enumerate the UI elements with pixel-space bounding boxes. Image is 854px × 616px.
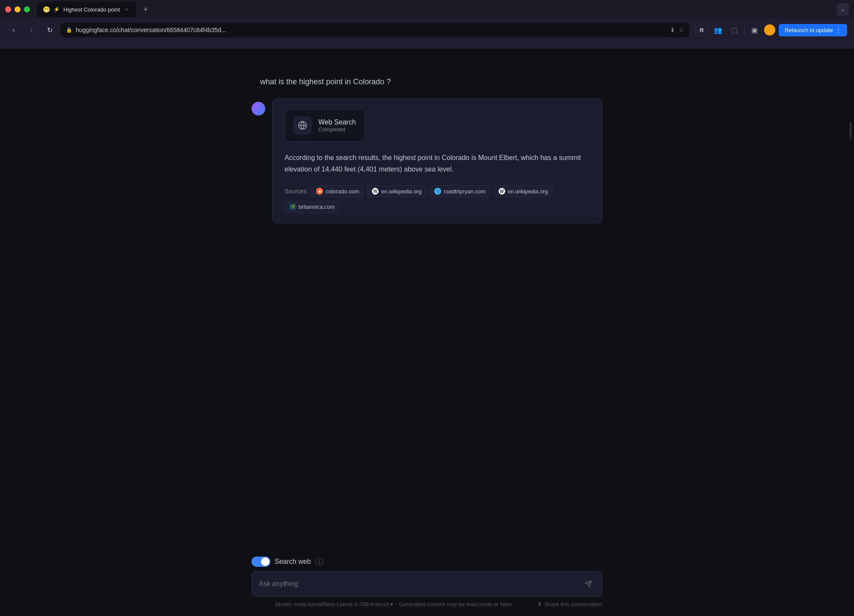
conversation-area: what is the highest point in Colorado ? xyxy=(252,74,602,223)
model-arrow-icon: ▾ xyxy=(390,601,393,607)
source-name-wikipedia-2: en.wikipedia.org xyxy=(508,188,548,195)
source-chip-colorado[interactable]: ● colorado.com xyxy=(311,185,364,197)
send-button[interactable] xyxy=(581,577,595,591)
model-link[interactable]: Model: meta-llama/Meta-Llama-3-70B-Instr… xyxy=(276,601,393,607)
new-tab-button[interactable]: + xyxy=(139,3,152,16)
puzzle-extension-icon[interactable]: ⬚ xyxy=(728,24,741,36)
colorado-favicon: ● xyxy=(316,188,323,195)
share-icon: ⬆ xyxy=(537,601,542,607)
source-name-wikipedia-1: en.wikipedia.org xyxy=(381,188,421,195)
source-name-roadtrip: roadtripryan.com xyxy=(444,188,486,195)
active-tab[interactable]: 😁 ⚡ Highest Colorado point × xyxy=(37,2,136,17)
divider xyxy=(744,25,744,35)
bookmark-icon[interactable]: ☆ xyxy=(679,27,684,33)
ai-response-card: Web Search Completed According to the se… xyxy=(272,98,602,223)
web-search-text: Web Search Completed xyxy=(318,118,356,133)
nav-icons: R 👥 ⬚ ▣ Relaunch to update ⋮ xyxy=(695,24,847,36)
footer-bar: Model: meta-llama/Meta-Llama-3-70B-Instr… xyxy=(252,601,602,607)
share-label: Share this conversation xyxy=(544,601,602,607)
traffic-light-red[interactable] xyxy=(5,6,11,12)
back-button[interactable]: ‹ xyxy=(7,23,21,37)
search-toggle-row: Search web i xyxy=(252,557,602,567)
forward-button[interactable]: › xyxy=(25,23,39,37)
sources-label: Sources: xyxy=(285,188,308,195)
scrollbar[interactable] xyxy=(847,97,854,616)
tab-bar: 😁 ⚡ Highest Colorado point × + ⌄ xyxy=(0,0,854,19)
traffic-light-yellow[interactable] xyxy=(15,6,21,12)
ai-avatar xyxy=(252,102,265,116)
toggle-knob xyxy=(261,557,270,566)
r-extension-icon[interactable]: R xyxy=(695,24,708,36)
globe-icon xyxy=(294,116,311,134)
footer-content: Model: meta-llama/Meta-Llama-3-70B-Instr… xyxy=(252,601,602,607)
relaunch-menu-icon: ⋮ xyxy=(836,27,841,33)
address-bar[interactable]: 🔒 huggingface.co/chat/conversation/66584… xyxy=(61,23,689,37)
model-label: Model: meta-llama/Meta-Llama-3-70B-Instr… xyxy=(276,601,389,607)
share-link[interactable]: ⬆ Share this conversation xyxy=(537,601,602,607)
bottom-area: Search web i Model: meta-llama/Meta-Llam… xyxy=(252,557,602,607)
web-search-status: Completed xyxy=(318,126,356,133)
source-name-britannica: britannica.com xyxy=(299,204,335,210)
download-icon[interactable]: ⬇ xyxy=(670,27,675,33)
relaunch-button[interactable]: Relaunch to update ⋮ xyxy=(779,24,847,36)
britannica-favicon: 🌿 xyxy=(289,203,296,210)
wikipedia-favicon-1: W xyxy=(372,188,379,195)
sources-row: Sources: ● colorado.com W en.wikipedia.o… xyxy=(285,185,590,213)
address-actions: ⬇ ☆ xyxy=(670,27,684,33)
tab-title: Highest Colorado point xyxy=(63,6,120,13)
ai-response-wrapper: Web Search Completed According to the se… xyxy=(252,98,602,223)
traffic-light-green[interactable] xyxy=(24,6,30,12)
search-web-toggle[interactable] xyxy=(252,557,270,567)
source-chip-wikipedia-2[interactable]: W en.wikipedia.org xyxy=(494,185,553,197)
security-icon: 🔒 xyxy=(66,27,72,33)
search-web-info-icon[interactable]: i xyxy=(315,558,323,566)
source-chip-britannica[interactable]: 🌿 britannica.com xyxy=(285,201,340,213)
sidebar-button[interactable]: ▣ xyxy=(748,24,761,36)
roadtrip-favicon: 🌀 xyxy=(434,188,441,195)
footer-disclaimer: Generated content may be inaccurate or f… xyxy=(399,601,513,607)
page-content: what is the highest point in Colorado ? xyxy=(0,48,854,616)
nav-bar: ‹ › ↻ 🔒 huggingface.co/chat/conversation… xyxy=(0,19,854,41)
profile-avatar[interactable] xyxy=(764,24,775,36)
scrollbar-thumb[interactable] xyxy=(850,122,851,139)
input-box xyxy=(252,571,602,597)
source-name-colorado: colorado.com xyxy=(326,188,359,195)
tab-lightning-icon: ⚡ xyxy=(53,6,60,12)
footer-center: Model: meta-llama/Meta-Llama-3-70B-Instr… xyxy=(252,601,537,607)
source-chip-roadtrip[interactable]: 🌀 roadtripryan.com xyxy=(430,185,490,197)
web-search-box[interactable]: Web Search Completed xyxy=(285,109,365,142)
wikipedia-favicon-2: W xyxy=(498,188,505,195)
response-text: According to the search results, the hig… xyxy=(285,152,590,175)
reload-button[interactable]: ↻ xyxy=(43,23,56,37)
footer-separator: · xyxy=(395,601,397,607)
user-message: what is the highest point in Colorado ? xyxy=(260,74,602,90)
tab-close-button[interactable]: × xyxy=(123,6,130,13)
relaunch-label: Relaunch to update xyxy=(785,27,833,33)
source-chip-wikipedia-1[interactable]: W en.wikipedia.org xyxy=(367,185,426,197)
ask-input[interactable] xyxy=(259,580,576,588)
faces-extension-icon[interactable]: 👥 xyxy=(712,24,724,36)
address-text: huggingface.co/chat/conversation/6658440… xyxy=(76,27,667,33)
web-search-title: Web Search xyxy=(318,118,356,126)
tab-emoji-icon: 😁 xyxy=(43,6,50,13)
search-web-label: Search web xyxy=(275,558,311,566)
browser-chrome: 😁 ⚡ Highest Colorado point × + ⌄ ‹ › ↻ 🔒… xyxy=(0,0,854,48)
traffic-lights xyxy=(5,6,30,12)
tab-expand-button[interactable]: ⌄ xyxy=(837,3,849,15)
